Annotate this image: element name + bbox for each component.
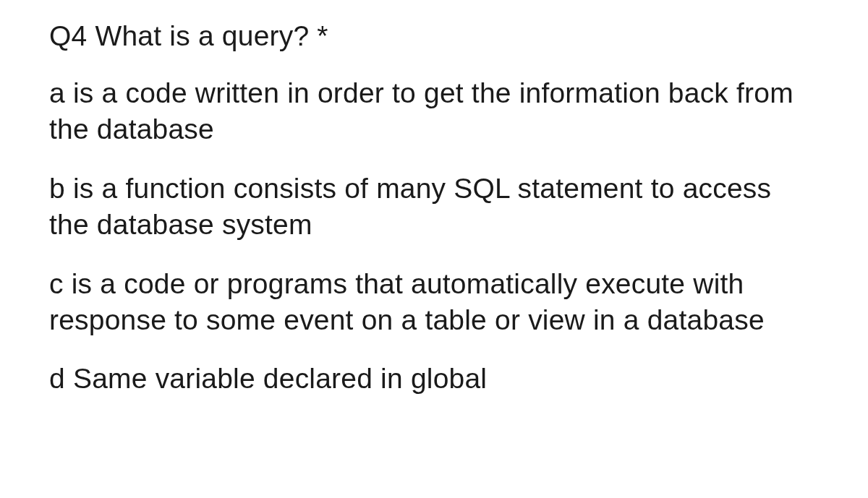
question-title: Q4 What is a query? * xyxy=(49,20,819,52)
option-d[interactable]: d Same variable declared in global xyxy=(49,361,819,397)
option-a[interactable]: a is a code written in order to get the … xyxy=(49,75,819,147)
option-c[interactable]: c is a code or programs that automatical… xyxy=(49,266,819,338)
option-b[interactable]: b is a function consists of many SQL sta… xyxy=(49,171,819,243)
